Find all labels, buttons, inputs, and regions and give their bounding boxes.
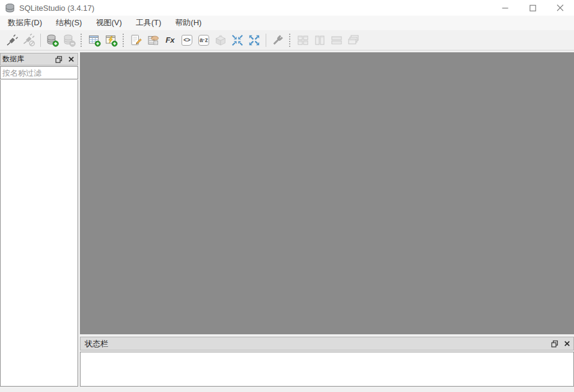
tile-vertical-icon	[330, 34, 343, 47]
menu-help[interactable]: 帮助(H)	[169, 16, 207, 30]
close-button[interactable]	[546, 0, 574, 16]
create-table-button[interactable]	[87, 32, 102, 48]
disconnect-database-button[interactable]	[21, 32, 37, 48]
open-sql-snippets-button[interactable]: <>	[179, 32, 195, 48]
mdi-area	[80, 52, 574, 334]
float-icon	[551, 340, 558, 348]
database-remove-icon	[63, 34, 76, 47]
toolbar-separator	[40, 34, 41, 47]
tile-windows-icon	[296, 34, 310, 47]
status-panel-title: 状态栏	[81, 338, 549, 349]
plug-disconnect-icon	[22, 34, 35, 47]
table-add-icon	[88, 34, 101, 47]
float-panel-button[interactable]	[53, 54, 64, 64]
wrench-icon	[271, 34, 284, 47]
databases-panel-title: 数据库	[1, 54, 53, 64]
functions-icon: Fx	[165, 35, 174, 44]
menu-tools[interactable]: 工具(T)	[130, 16, 168, 30]
toolbar-handle[interactable]	[80, 33, 82, 47]
code-icon: <>	[182, 35, 192, 46]
menu-database[interactable]: 数据库(D)	[2, 16, 48, 30]
status-panel-header[interactable]: 状态栏	[80, 337, 574, 351]
sql-editor-icon	[130, 34, 143, 47]
open-sql-editor-button[interactable]	[129, 32, 144, 48]
window-title: SQLiteStudio (3.4.17)	[19, 4, 491, 13]
open-ddl-history-button[interactable]	[145, 32, 161, 48]
close-panel-button[interactable]	[66, 54, 76, 64]
window-controls	[491, 0, 574, 16]
status-content	[80, 352, 574, 387]
remove-database-button[interactable]	[61, 32, 77, 48]
menu-structure[interactable]: 结构(S)	[50, 16, 88, 30]
close-icon	[564, 340, 570, 347]
menu-view[interactable]: 视图(V)	[90, 16, 127, 30]
ddl-history-icon	[147, 34, 160, 47]
float-panel-button[interactable]	[549, 338, 560, 349]
app-icon[interactable]	[5, 3, 15, 13]
connect-database-button[interactable]	[4, 32, 20, 48]
tile-windows-button[interactable]	[295, 32, 311, 48]
toolbar-handle[interactable]	[289, 33, 291, 47]
export-arrows-icon	[248, 34, 261, 47]
float-icon	[55, 56, 63, 63]
maximize-button[interactable]	[519, 0, 546, 16]
toolbar-handle[interactable]	[122, 33, 124, 47]
cascade-windows-icon	[347, 34, 360, 47]
tile-windows-horizontally-button[interactable]	[312, 32, 328, 48]
close-icon	[68, 56, 75, 63]
minimize-button[interactable]	[491, 0, 519, 16]
tile-horizontal-icon	[313, 34, 326, 47]
tile-windows-vertically-button[interactable]	[329, 32, 344, 48]
open-configuration-button[interactable]	[270, 32, 285, 48]
close-icon	[557, 4, 564, 11]
close-panel-button[interactable]	[561, 338, 572, 349]
import-arrows-icon	[231, 34, 244, 47]
menubar: 数据库(D) 结构(S) 视图(V) 工具(T) 帮助(H)	[0, 16, 574, 30]
add-database-button[interactable]	[44, 32, 60, 48]
collations-icon: a·z	[198, 35, 209, 46]
plug-icon	[5, 34, 19, 47]
database-list[interactable]	[0, 80, 78, 387]
create-view-button[interactable]	[103, 32, 119, 48]
export-button[interactable]	[246, 32, 262, 48]
status-panel: 状态栏	[80, 337, 574, 387]
database-stack-icon	[5, 3, 15, 13]
plugin-cube-icon	[214, 34, 227, 47]
databases-panel-header[interactable]: 数据库	[0, 53, 78, 66]
cascade-windows-button[interactable]	[346, 32, 361, 48]
import-button[interactable]	[230, 32, 245, 48]
open-functions-editor-button[interactable]: Fx	[162, 32, 178, 48]
toolbar: Fx <> a·z	[0, 30, 574, 51]
minimize-icon	[502, 5, 508, 11]
database-filter-input[interactable]	[0, 66, 78, 79]
database-add-icon	[46, 34, 59, 47]
maximize-icon	[530, 5, 536, 11]
extensions-button[interactable]	[213, 32, 228, 48]
titlebar[interactable]: SQLiteStudio (3.4.17)	[0, 0, 574, 16]
view-add-icon	[105, 34, 118, 47]
databases-panel: 数据库	[0, 53, 78, 387]
toolbar-separator	[266, 34, 266, 47]
open-collations-editor-button[interactable]: a·z	[196, 32, 212, 48]
